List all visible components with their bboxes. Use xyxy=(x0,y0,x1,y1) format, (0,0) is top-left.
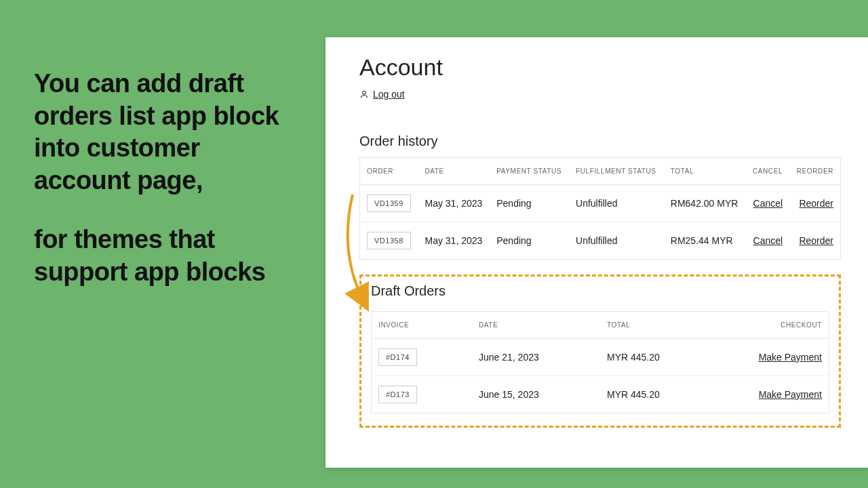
order-badge[interactable]: VD1358 xyxy=(367,232,411,249)
cell-date: May 31, 2023 xyxy=(418,222,490,260)
logout-link[interactable]: Log out xyxy=(373,89,405,100)
promo-text: You can add draft orders list app block … xyxy=(34,68,292,288)
table-row: #D173 June 15, 2023 MYR 445.20 Make Paym… xyxy=(372,376,829,413)
col-total: TOTAL xyxy=(664,158,746,185)
col-reorder: REORDER xyxy=(789,158,840,185)
order-history-table: ORDER DATE PAYMENT STATUS FULFILLMENT ST… xyxy=(359,157,841,260)
promo-line1: You can add draft orders list app block … xyxy=(34,68,292,197)
col-date: DATE xyxy=(418,158,490,185)
order-history-title: Order history xyxy=(359,134,841,149)
draft-orders-title: Draft Orders xyxy=(371,283,829,299)
col-cancel: CANCEL xyxy=(745,158,789,185)
cancel-link[interactable]: Cancel xyxy=(753,198,783,209)
table-row: #D174 June 21, 2023 MYR 445.20 Make Paym… xyxy=(372,339,829,376)
cell-total: MYR 445.20 xyxy=(600,339,728,376)
table-row: VD1358 May 31, 2023 Pending Unfulfilled … xyxy=(360,222,841,260)
cell-payment: Pending xyxy=(490,185,569,222)
svg-point-0 xyxy=(363,91,366,94)
col-fulfillment: FULFILLMENT STATUS xyxy=(569,158,664,185)
cell-date: May 31, 2023 xyxy=(418,185,490,222)
cell-fulfillment: Unfulfilled xyxy=(569,222,664,260)
table-row: VD1359 May 31, 2023 Pending Unfulfilled … xyxy=(360,185,841,222)
col-total: TOTAL xyxy=(600,312,728,339)
cell-date: June 21, 2023 xyxy=(472,339,600,376)
cell-total: RM642.00 MYR xyxy=(664,185,746,222)
col-invoice: INVOICE xyxy=(372,312,473,339)
draft-orders-table: INVOICE DATE TOTAL CHECKOUT #D174 June 2… xyxy=(371,311,829,413)
col-order: ORDER xyxy=(360,158,418,185)
cell-total: RM25.44 MYR xyxy=(664,222,746,260)
logout-row: Log out xyxy=(359,89,841,100)
draft-orders-section: Draft Orders INVOICE DATE TOTAL CHECKOUT… xyxy=(359,274,841,428)
col-date: DATE xyxy=(472,312,600,339)
cell-payment: Pending xyxy=(490,222,569,260)
account-panel: Account Log out Order history ORDER DATE… xyxy=(326,37,868,468)
cancel-link[interactable]: Cancel xyxy=(753,235,783,246)
page-title: Account xyxy=(359,54,841,81)
reorder-link[interactable]: Reorder xyxy=(799,198,833,209)
make-payment-link[interactable]: Make Payment xyxy=(759,352,822,363)
promo-line2: for themes that support app blocks xyxy=(34,224,292,288)
col-checkout: CHECKOUT xyxy=(728,312,829,339)
reorder-link[interactable]: Reorder xyxy=(799,235,833,246)
user-icon xyxy=(359,89,369,99)
make-payment-link[interactable]: Make Payment xyxy=(759,389,822,400)
order-badge[interactable]: VD1359 xyxy=(367,195,411,212)
invoice-badge[interactable]: #D174 xyxy=(378,348,417,366)
cell-fulfillment: Unfulfilled xyxy=(569,185,664,222)
cell-total: MYR 445.20 xyxy=(600,376,728,413)
invoice-badge[interactable]: #D173 xyxy=(378,386,417,403)
col-payment: PAYMENT STATUS xyxy=(490,158,569,185)
cell-date: June 15, 2023 xyxy=(472,376,600,413)
